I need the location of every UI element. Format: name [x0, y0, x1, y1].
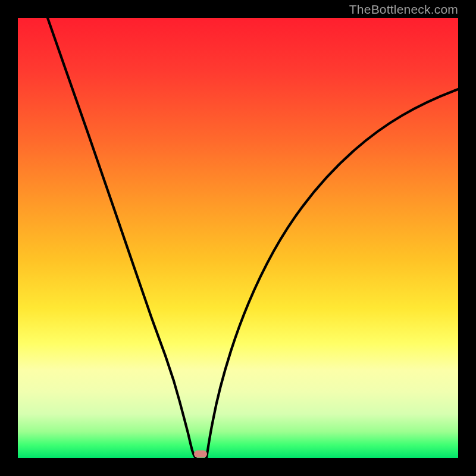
bottleneck-curve [18, 18, 458, 458]
optimal-marker [194, 450, 207, 458]
chart-plot-area [18, 18, 458, 458]
chart-frame: TheBottleneck.com [0, 0, 476, 476]
watermark-text: TheBottleneck.com [349, 2, 458, 17]
